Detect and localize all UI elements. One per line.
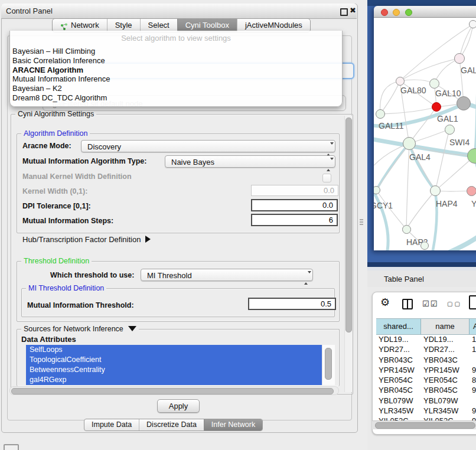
data-attribute-item[interactable]: BetweennessCentrality xyxy=(26,365,322,375)
table-cell: YDL19... xyxy=(379,334,409,344)
group-title: MI Threshold Definition xyxy=(26,284,106,292)
gear-icon[interactable]: ⚙ xyxy=(380,296,390,309)
page-icon[interactable] xyxy=(469,295,476,309)
close-traffic-light[interactable] xyxy=(381,9,388,16)
network-node[interactable] xyxy=(420,242,429,250)
column-header-shared-name[interactable]: shared... xyxy=(376,319,421,334)
table-row[interactable]: YDL19...YDL19...13 xyxy=(376,334,476,344)
data-attributes-list: SelfLoopsTopologicalCoefficientBetweenne… xyxy=(26,345,322,385)
network-node-gal4[interactable] xyxy=(403,137,416,150)
table-cell: YPR145W xyxy=(379,365,415,375)
table-row[interactable]: YBL079WYBL079W xyxy=(376,396,476,406)
data-attribute-item[interactable]: SelfLoops xyxy=(26,345,322,355)
aracne-mode-label: Aracne Mode: xyxy=(22,142,71,150)
network-node-gal1[interactable] xyxy=(432,102,441,112)
network-node-gcy1[interactable] xyxy=(374,186,380,194)
table-cell: YBR043C xyxy=(423,355,458,365)
collapsed-arrow-icon xyxy=(145,236,151,243)
table-row[interactable]: YDR27...YDR27...12 xyxy=(376,344,476,354)
dropdown-placeholder: Select algorithm to view settings xyxy=(10,31,342,47)
node-table-card: ⚙ ☑☑ ▢▢ shared... name A YDL19...YDL19..… xyxy=(372,292,476,435)
algorithm-option[interactable]: Mutual Information Inference xyxy=(10,74,342,84)
apply-button[interactable]: Apply xyxy=(157,399,200,413)
algorithm-options: Bayesian – Hill ClimbingBasic Correlatio… xyxy=(10,47,342,103)
network-canvas[interactable]: GALGAL80GAL10GAL1GAL11SWI4GAL4GCY1HAP4YH… xyxy=(374,18,476,250)
table-cell: 9. xyxy=(472,385,476,395)
data-attribute-item[interactable]: gal4RGexp xyxy=(26,375,322,385)
desktop-top-edge xyxy=(367,0,476,6)
network-node[interactable] xyxy=(469,20,476,28)
network-node-swi4[interactable] xyxy=(445,125,455,135)
tab-impute-data[interactable]: Impute Data xyxy=(84,419,139,431)
mi-steps-field[interactable]: 6 xyxy=(251,214,338,226)
tab-jactivemnodules[interactable]: jActiveMNodules xyxy=(237,19,310,32)
table-cell: YDL19... xyxy=(423,334,454,344)
mi-threshold-field[interactable]: 0.5 xyxy=(248,298,336,310)
which-threshold-label: Which threshold to use: xyxy=(50,271,134,279)
tab-label: Style xyxy=(115,19,132,32)
column-header-clipped[interactable]: A xyxy=(470,319,476,334)
algorithm-option[interactable]: Dream8 DC_TDC Algorithm xyxy=(10,93,342,103)
table-cell: YBR043C xyxy=(379,355,413,365)
network-node-gal[interactable] xyxy=(454,53,465,64)
mi-steps-label: Mutual Information Steps: xyxy=(22,217,113,225)
algorithm-option[interactable]: Basic Correlation Inference xyxy=(10,56,342,66)
table-row[interactable]: YPR145WYPR145W9. xyxy=(376,365,476,375)
select-all-checkbox-icon[interactable]: ☑☑ xyxy=(422,299,438,308)
tab-cyni-toolbox[interactable]: Cyni Toolbox xyxy=(177,19,237,32)
table-row[interactable]: YER054CYER054C8. xyxy=(376,375,476,385)
minimize-traffic-light[interactable] xyxy=(393,9,400,16)
network-node-gal10[interactable] xyxy=(429,79,439,89)
docked-panel-icon[interactable] xyxy=(4,444,19,450)
sources-toggle[interactable]: Sources for Network Inference xyxy=(21,325,139,333)
network-node[interactable] xyxy=(467,148,476,164)
spinner-arrows-icon xyxy=(327,158,331,171)
tab-select[interactable]: Select xyxy=(140,19,177,32)
mi-algorithm-type-combo[interactable]: Naive Bayes xyxy=(165,155,335,168)
network-node-y[interactable] xyxy=(467,186,476,196)
tab-discretize-data[interactable]: Discretize Data xyxy=(139,419,204,431)
network-icon xyxy=(60,22,68,30)
node-label: GAL10 xyxy=(435,89,461,98)
which-threshold-combo[interactable]: MI Threshold xyxy=(141,269,313,281)
deselect-all-checkbox-icon[interactable]: ▢▢ xyxy=(447,301,462,307)
desktop-bottom-edge xyxy=(367,262,476,267)
manual-kernel-width-checkbox xyxy=(322,174,331,182)
close-icon[interactable]: ✖ xyxy=(350,6,356,15)
network-node[interactable] xyxy=(457,96,471,110)
algorithm-option[interactable]: ARACNE Algorithm xyxy=(10,66,342,75)
table-header: shared... name A xyxy=(376,318,476,335)
tab-network[interactable]: Network xyxy=(53,19,107,32)
attribute-list-scrollbar-thumb[interactable] xyxy=(325,348,332,380)
network-node-gal80[interactable] xyxy=(396,77,405,86)
settings-scrollbar-thumb[interactable] xyxy=(345,118,352,332)
algorithm-option[interactable]: Bayesian – K2 xyxy=(10,84,342,93)
tab-infer-network[interactable]: Infer Network xyxy=(204,419,262,431)
network-node-hap2[interactable] xyxy=(402,225,411,234)
network-node-hap4[interactable] xyxy=(430,185,441,196)
tab-style[interactable]: Style xyxy=(107,19,140,32)
table-row[interactable]: YBR045CYBR045C9. xyxy=(376,385,476,395)
table-cell: YLR345W xyxy=(379,406,413,416)
combo-value: MI Threshold xyxy=(147,271,192,280)
control-panel-titlebar xyxy=(1,4,357,19)
table-row[interactable]: YBR043CYBR043C xyxy=(376,355,476,365)
algorithm-option[interactable]: Bayesian – Hill Climbing xyxy=(10,47,342,56)
float-window-icon[interactable] xyxy=(340,8,348,16)
network-window-titlebar[interactable] xyxy=(374,6,476,18)
network-node-gal11[interactable] xyxy=(376,109,385,119)
aracne-mode-combo[interactable]: Discovery xyxy=(81,140,335,152)
column-header-name[interactable]: name xyxy=(421,319,470,334)
hub-tf-definition-toggle[interactable]: Hub/Transcription Factor Definition xyxy=(22,235,151,244)
columns-layout-icon[interactable] xyxy=(402,299,413,309)
zoom-traffic-light[interactable] xyxy=(405,9,412,16)
settings-horizontal-scrollbar-thumb[interactable] xyxy=(11,388,334,394)
panel-splitter[interactable] xyxy=(360,219,363,225)
dpi-tolerance-field[interactable]: 0.0 xyxy=(251,199,338,211)
table-row[interactable]: YLR345WYLR345W9. xyxy=(376,406,476,416)
sources-title: Sources for Network Inference xyxy=(24,325,123,333)
node-label: SWI4 xyxy=(449,138,470,147)
data-attribute-item[interactable]: TopologicalCoefficient xyxy=(26,355,322,365)
kernel-width-field: 0.0 xyxy=(251,185,338,196)
table-horizontal-scrollbar-thumb[interactable] xyxy=(375,422,475,429)
